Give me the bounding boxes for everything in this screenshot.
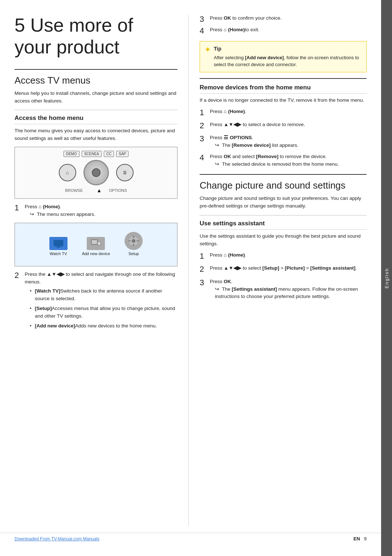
remove-step-3-content: Press ☰ OPTIONS. ↪ The [Remove device] l… [210,134,367,149]
setup-icon [124,232,143,250]
nav-settings-2: ▲▼◀▶ [224,265,241,271]
chapter-title: 5 Use more ofyour product [15,15,177,58]
add-device-label: Add new device [82,251,110,256]
remove-step-2: 2 Press ▲▼◀▶ to select a device to remov… [200,121,367,130]
kb-top-row: DEMO SCENEA CC SAP [64,151,129,157]
add-device-bracket: [Add new device] [35,323,75,329]
bullet-watchtv: [Watch TV]Switches back to the antenna s… [30,287,177,303]
home-remove-1: ⌂ (Home) [224,109,245,114]
change-picture-heading: Change picture and sound settings [200,180,367,191]
ok-settings-3: OK [224,279,231,284]
footer-link[interactable]: Downloaded From TV-Manual.com Manuals [15,536,99,541]
ok-remove-4: OK [224,154,231,159]
access-tv-menus-heading: Access TV menus [15,75,177,86]
kb-sap-btn: SAP [116,151,128,157]
remove-step-1-content: Press ⌂ (Home). [210,108,367,116]
settings-step-3-arrow: ↪ The [Settings assistant] menu appears.… [215,286,367,301]
home-bold-1: ⌂ (Home) [38,204,60,209]
settings-step-3: 3 Press OK. ↪ The [Settings assistant] m… [200,278,367,301]
kb-browse-label: BROWSE [65,188,83,193]
remove-devices-heading: Remove devices from the home menu [200,84,367,94]
svg-rect-1 [57,246,60,247]
section-divider-1 [15,69,177,70]
footer: Downloaded From TV-Manual.com Manuals EN… [0,533,381,541]
access-tv-menus-intro: Menus help you to install channels, chan… [15,90,177,105]
remove-step-1: 1 Press ⌂ (Home). [200,108,367,117]
keyboard-diagram: DEMO SCENEA CC SAP ⌂ [15,147,177,199]
svg-rect-10 [133,244,134,246]
access-home-menu-intro: The home menu gives you easy access to c… [15,127,177,142]
kb-options-circle: ☰ [116,164,134,181]
kb-options-label: OPTIONS [109,188,127,193]
menu-item-setup: Setup [124,232,143,256]
watch-tv-label: Watch TV [50,251,67,256]
svg-rect-11 [128,241,131,242]
settings-step-2-content: Press ▲▼◀▶ to select [Setup] > [Picture]… [210,265,367,272]
en-label: EN [354,536,360,541]
thin-divider-right-1 [200,215,367,215]
kb-bottom-row: BROWSE ▲ OPTIONS [65,188,127,193]
settings-step-2: 2 Press ▲▼◀▶ to select [Setup] > [Pictur… [200,265,367,274]
settings-step-num-3: 3 [200,278,210,287]
tip-label: Tip [214,45,362,53]
remove-step-3: 3 Press ☰ OPTIONS. ↪ The [Remove device]… [200,134,367,149]
menu-icons-row: Watch TV Add new dev [49,232,143,256]
kb-middle-row: ⌂ ☰ [59,160,134,185]
setup-label: Setup [128,251,139,256]
kb-options-area: ☰ [116,164,134,181]
kb-home-circle: ⌂ [59,164,76,181]
tip-star-icon: ✦ [204,46,211,54]
step-1-arrow: ↪ The menu screen appears. [30,211,177,218]
device-svg [90,239,101,248]
thin-divider-1 [15,110,177,110]
step-2-bullets: [Watch TV]Switches back to the antenna s… [30,287,177,330]
remove-step-4-content: Press OK and select [Remove] to remove t… [210,153,367,168]
remove-devices-intro: If a device is no longer connected to th… [200,97,367,104]
svg-rect-0 [54,240,63,246]
menu-item-watchtv: Watch TV [49,237,68,256]
section-divider-right-2 [200,174,367,175]
right-step-3-content: Press OK to confirm your choice. [210,15,367,22]
menu-item-adddevice: Add new device [82,237,110,256]
svg-rect-2 [56,247,61,247]
remove-step-num-4: 4 [200,153,210,162]
right-step-num-3: 3 [200,15,210,24]
step-num-1: 1 [15,203,25,213]
home-settings-1: ⌂ (Home) [224,252,245,258]
two-col-layout: 5 Use more ofyour product Access TV menu… [0,15,381,525]
settings-assistant-intro: Use the settings assistant to guide you … [200,233,367,248]
side-tab-text: English [384,268,389,289]
kb-nav-down: ▲ [97,188,102,193]
watch-tv-bracket: [Watch TV] [35,288,60,294]
setup-svg [128,235,139,247]
section-divider-right-1 [200,78,367,79]
right-column: 3 Press OK to confirm your choice. 4 Pre… [189,15,381,525]
right-step-4: 4 Press ⌂ (Home)to exit. [200,26,367,36]
tip-text: After selecting [Add new device], follow… [214,55,359,68]
footer-page: EN 9 [354,536,367,541]
nav-remove-2: ▲▼◀▶ [224,122,241,127]
remove-step-num-3: 3 [200,134,210,144]
bullet-setup: [Setup]Accesses menus that allow you to … [30,305,177,320]
left-step-2: 2 Press the ▲▼◀▶ to select and navigate … [15,271,177,332]
svg-rect-9 [133,236,134,238]
step-1-content: Press ⌂ (Home). ↪ The menu screen appear… [25,203,177,218]
add-device-icon [87,237,105,250]
remove-step-3-arrow: ↪ The [Remove device] list appears. [215,142,367,149]
right-step-3: 3 Press OK to confirm your choice. [200,15,367,24]
left-column: 5 Use more ofyour product Access TV menu… [0,15,189,525]
right-step-4-content: Press ⌂ (Home)to exit. [210,26,367,34]
kb-nav-ring [83,160,109,185]
settings-step-3-content: Press OK. ↪ The [Settings assistant] men… [210,278,367,301]
watch-tv-icon [49,237,68,250]
settings-assistant-heading: Use settings assistant [200,220,367,230]
page: 5 Use more ofyour product Access TV menu… [0,0,392,556]
remove-step-num-2: 2 [200,121,210,130]
kb-demo-btn: DEMO [64,151,79,157]
kb-center-btn [92,168,101,177]
setup-bracket: [Setup] [35,306,52,311]
bullet-adddevice: [Add new device]Adds new devices to the … [30,322,177,330]
remove-step-2-content: Press ▲▼◀▶ to select a device to remove. [210,121,367,129]
home-icon: ⌂ [66,170,69,176]
settings-step-num-1: 1 [200,251,210,261]
